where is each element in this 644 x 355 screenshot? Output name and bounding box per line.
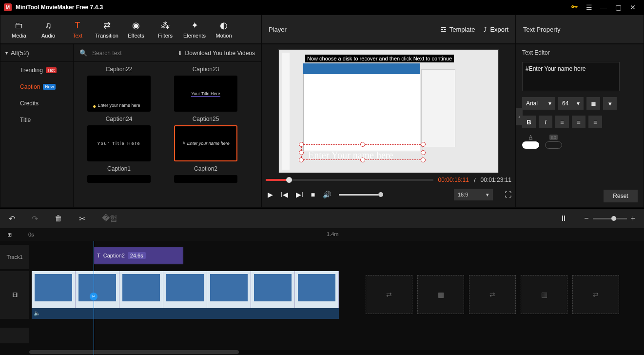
text-color-icon: A: [529, 134, 532, 140]
close-icon[interactable]: ✕: [625, 0, 640, 15]
delete-button[interactable]: 🗑: [55, 214, 62, 223]
zoom-out-button[interactable]: −: [584, 214, 588, 223]
template-thumb[interactable]: [174, 175, 237, 183]
caption-text-input[interactable]: [522, 62, 620, 91]
export-button[interactable]: ⤴Export: [484, 26, 508, 33]
transition-placeholder[interactable]: ⇄: [469, 275, 516, 314]
preview-caption-text[interactable]: Enter Your name here: [308, 150, 393, 161]
align-left-button[interactable]: ≡: [555, 116, 569, 128]
tab-transition[interactable]: ⇄Transition: [92, 17, 121, 41]
track-header-1[interactable]: Track1: [0, 245, 29, 269]
tab-audio[interactable]: ♫Audio: [34, 17, 63, 41]
add-track-button[interactable]: ⊞: [5, 230, 14, 239]
bold-button[interactable]: B: [522, 116, 536, 128]
playhead[interactable]: ✂: [94, 241, 94, 355]
split-button[interactable]: ✂: [79, 214, 85, 223]
minimize-icon[interactable]: —: [596, 0, 611, 15]
editor-label: Text Editor: [522, 49, 638, 56]
preview-canvas[interactable]: Now choose a disk to recover and then cl…: [278, 49, 499, 173]
reset-button[interactable]: Reset: [604, 190, 638, 202]
template-item[interactable]: Caption25✎ Enter your name here: [165, 116, 246, 161]
player-header: Player ☲Template ⤴Export: [261, 15, 516, 44]
license-key-icon[interactable]: [567, 0, 582, 15]
italic-button[interactable]: I: [539, 116, 552, 128]
template-thumb[interactable]: ✎ Enter your name here: [174, 125, 237, 161]
timeline-scrollbar[interactable]: [29, 350, 644, 354]
text-templates-pane: ▾All(52) TrendingHot CaptionNew Credits …: [0, 44, 261, 208]
audio-waveform[interactable]: 🔈: [32, 308, 339, 319]
search-input[interactable]: [92, 50, 173, 57]
text-color-swatch[interactable]: [522, 141, 539, 149]
align-right-button[interactable]: ≡: [588, 116, 602, 128]
fullscreen-button[interactable]: ⛶: [505, 191, 511, 198]
zoom-fit-button[interactable]: ⏸: [560, 214, 567, 223]
expand-panel-button[interactable]: ›: [516, 108, 523, 125]
timeline-toolbar: ↶ ↷ 🗑 ✂ �험 ⏸ − +: [0, 209, 644, 228]
scrub-slider[interactable]: [266, 179, 433, 181]
crop-button[interactable]: �험: [102, 214, 117, 224]
video-clip[interactable]: 🔈: [32, 271, 339, 319]
zoom-in-button[interactable]: +: [631, 214, 635, 223]
text-clip-duration: 24.6s: [128, 252, 146, 259]
zoom-slider[interactable]: [593, 218, 627, 219]
tab-effects[interactable]: ◉Effects: [121, 17, 151, 41]
template-grid[interactable]: Caption22Enter your name here☻ Caption23…: [74, 62, 261, 207]
category-all[interactable]: ▾All(52): [0, 44, 73, 62]
template-thumb[interactable]: Enter your name here☻: [87, 76, 151, 112]
volume-icon[interactable]: 🔊: [323, 191, 331, 198]
ruler-mark: 1.4m: [327, 231, 338, 237]
music-icon: ♫: [45, 20, 52, 31]
maximize-icon[interactable]: ▢: [611, 0, 625, 15]
track-header-extra[interactable]: [0, 328, 29, 343]
template-item[interactable]: Caption22Enter your name here☻: [78, 66, 159, 112]
font-family-select[interactable]: Arial▾: [522, 97, 555, 110]
prev-frame-button[interactable]: I◀: [281, 191, 288, 198]
undo-button[interactable]: ↶: [9, 214, 15, 223]
download-youtube-button[interactable]: ⬇Download YouTube Videos: [177, 50, 255, 57]
aspect-ratio-select[interactable]: 16:9▾: [454, 189, 493, 200]
tab-elements[interactable]: ✦Elements: [180, 17, 209, 41]
timeline: ↶ ↷ 🗑 ✂ �험 ⏸ − + ⊞ 0s 1.4m Track1 🎞 T Ca…: [0, 208, 644, 355]
menu-icon[interactable]: ☰: [582, 0, 596, 15]
redo-button[interactable]: ↷: [32, 214, 38, 223]
category-trending[interactable]: TrendingHot: [0, 62, 73, 79]
volume-slider[interactable]: [339, 194, 383, 196]
template-thumb[interactable]: [87, 175, 151, 183]
stop-button[interactable]: ■: [311, 191, 315, 198]
transition-placeholder[interactable]: ⇄: [572, 275, 619, 314]
tab-text[interactable]: TText: [63, 17, 92, 41]
align-center-button[interactable]: ≡: [572, 116, 585, 128]
line-spacing-button[interactable]: ≣: [586, 97, 600, 110]
effects-icon: ◉: [132, 20, 140, 31]
text-clip[interactable]: T Caption2 24.6s: [94, 247, 183, 264]
tab-filters[interactable]: ⁂Filters: [151, 17, 180, 41]
next-frame-button[interactable]: ▶I: [296, 191, 303, 198]
media-placeholder[interactable]: ▥: [521, 275, 567, 314]
template-item[interactable]: Caption2: [165, 165, 246, 183]
play-button[interactable]: ▶: [268, 191, 273, 198]
preview-banner-text: Now choose a disk to recover and then cl…: [305, 55, 454, 62]
media-placeholder[interactable]: ▥: [417, 275, 464, 314]
preview-stage[interactable]: Now choose a disk to recover and then cl…: [266, 48, 511, 174]
highlight-color-icon: ab: [549, 135, 558, 140]
font-size-select[interactable]: 64▾: [558, 97, 584, 110]
timeline-body[interactable]: Track1 🎞 T Caption2 24.6s 🔈 ⇄ ▥ ⇄ ▥ ⇄ ✂: [0, 241, 644, 355]
template-item[interactable]: Caption1: [78, 165, 159, 183]
template-item[interactable]: Caption24Your Title Here: [78, 116, 159, 161]
highlight-color-swatch[interactable]: [545, 141, 562, 149]
template-thumb[interactable]: Your Title Here: [174, 76, 237, 112]
category-title[interactable]: Title: [0, 112, 73, 128]
transition-placeholder[interactable]: ⇄: [366, 275, 412, 314]
tab-media[interactable]: 🗀Media: [4, 17, 34, 41]
badge-new: New: [43, 84, 56, 90]
template-thumb[interactable]: Your Title Here: [87, 125, 151, 161]
category-caption[interactable]: CaptionNew: [0, 79, 73, 95]
template-item[interactable]: Caption23Your Title Here: [165, 66, 246, 112]
ruler-zero: 0s: [28, 232, 34, 237]
tab-motion[interactable]: ◐Motion: [209, 17, 238, 41]
timeline-ruler[interactable]: ⊞ 0s 1.4m: [0, 228, 644, 241]
template-button[interactable]: ☲Template: [441, 26, 475, 33]
more-options-button[interactable]: ▾: [603, 97, 617, 110]
category-credits[interactable]: Credits: [0, 95, 73, 112]
track-header-video[interactable]: 🎞: [0, 271, 29, 319]
